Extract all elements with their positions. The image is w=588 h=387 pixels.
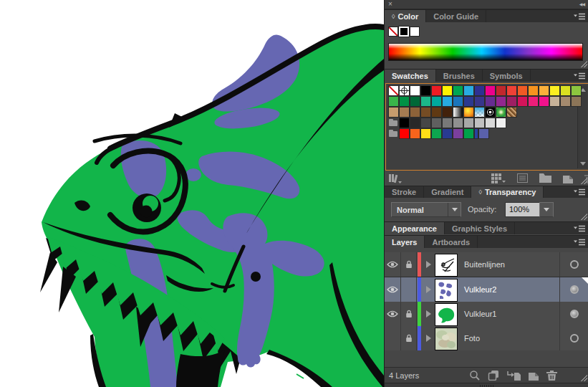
swatch[interactable] [560, 85, 571, 96]
tab-swatches[interactable]: Swatches [385, 70, 436, 82]
swatch[interactable] [442, 107, 453, 118]
layer-row-vulkleur1[interactable]: Vulkleur1 [385, 302, 588, 327]
document-canvas[interactable] [0, 0, 384, 387]
swatch[interactable] [539, 85, 549, 96]
swatch[interactable] [463, 85, 474, 96]
layer-name[interactable]: Buitenlijnen [458, 252, 559, 277]
swatch[interactable] [463, 118, 474, 128]
tab-transparency[interactable]: ◊ Transparency [471, 186, 544, 198]
swatch[interactable] [463, 96, 474, 107]
swatch[interactable] [528, 85, 539, 96]
swatch[interactable] [474, 96, 485, 107]
panel-menu-icon[interactable] [574, 72, 585, 80]
swatch[interactable] [442, 85, 453, 96]
lock-toggle-empty[interactable] [401, 277, 417, 302]
swatch[interactable] [410, 128, 420, 139]
swatch-pattern-green[interactable] [496, 107, 506, 118]
swatch[interactable] [549, 96, 560, 107]
none-color-chip[interactable] [388, 27, 398, 37]
target-circle[interactable] [559, 302, 588, 326]
swatch[interactable] [431, 107, 442, 118]
tab-graphic-styles[interactable]: Graphic Styles [445, 222, 515, 234]
swatch[interactable] [410, 96, 420, 107]
swatch[interactable] [474, 118, 485, 128]
swatch[interactable] [420, 118, 431, 128]
lock-icon[interactable] [401, 302, 417, 326]
layer-thumbnail[interactable] [435, 326, 458, 350]
locate-object-icon[interactable] [469, 370, 480, 381]
lock-icon[interactable] [401, 326, 417, 350]
tab-stroke[interactable]: Stroke [385, 186, 424, 198]
tab-brushes[interactable]: Brushes [436, 70, 483, 82]
swatch[interactable] [496, 85, 506, 96]
swatch-libraries-icon[interactable] [389, 173, 403, 183]
swatch[interactable] [399, 118, 410, 128]
blend-mode-dropdown[interactable]: Normal [391, 202, 461, 217]
new-layer-icon[interactable] [529, 371, 539, 381]
swatch[interactable] [549, 85, 560, 96]
layer-row-foto[interactable]: Foto [385, 326, 588, 351]
visibility-eye-icon[interactable] [385, 277, 401, 302]
delete-layer-icon[interactable] [546, 371, 557, 381]
panel-menu-icon[interactable] [574, 238, 585, 246]
clipping-mask-icon[interactable] [488, 370, 499, 381]
swatch[interactable] [485, 85, 496, 96]
color-group-folder-icon[interactable] [388, 128, 399, 139]
tab-symbols[interactable]: Symbols [483, 70, 531, 82]
swatch[interactable] [388, 107, 399, 118]
swatch-gradient-gray[interactable] [453, 107, 463, 118]
panel-resize-grip[interactable] [579, 373, 587, 381]
swatch[interactable] [506, 96, 517, 107]
swatch[interactable] [463, 128, 474, 139]
swatch[interactable] [420, 96, 431, 107]
swatch-pattern-texture[interactable] [506, 107, 517, 118]
expand-triangle-icon[interactable] [422, 326, 435, 350]
layer-row-vulkleur2[interactable]: Vulkleur2 [385, 277, 588, 302]
swatch[interactable] [560, 96, 571, 107]
swatch[interactable] [478, 128, 489, 139]
swatch-registration[interactable] [399, 85, 410, 96]
swatch-none[interactable] [388, 85, 399, 96]
layer-thumbnail[interactable] [435, 252, 458, 277]
swatch[interactable] [388, 96, 399, 107]
swatch[interactable] [485, 118, 496, 128]
opacity-dropdown-button[interactable] [539, 202, 554, 217]
tab-layers[interactable]: Layers [385, 236, 425, 248]
swatch[interactable] [517, 85, 528, 96]
swatch[interactable] [420, 128, 431, 139]
swatch-kinds-menu-icon[interactable] [491, 173, 506, 183]
swatch[interactable] [431, 96, 442, 107]
tab-appearance[interactable]: Appearance [385, 222, 445, 234]
swatch-gradient-sky[interactable] [474, 107, 485, 118]
target-circle[interactable] [559, 326, 588, 350]
swatch[interactable] [528, 96, 539, 107]
swatch[interactable] [442, 118, 453, 128]
tab-gradient[interactable]: Gradient [424, 186, 471, 198]
target-circle[interactable] [559, 252, 588, 277]
tab-color-guide[interactable]: Color Guide [426, 10, 486, 22]
opacity-input[interactable]: 100% [505, 202, 544, 217]
swatch[interactable] [453, 128, 463, 139]
swatch[interactable] [442, 128, 453, 139]
visibility-eye-icon[interactable] [385, 302, 401, 326]
panel-menu-icon[interactable] [574, 12, 585, 20]
expand-triangle-icon[interactable] [422, 252, 435, 277]
swatch[interactable] [453, 96, 463, 107]
visibility-eye-icon[interactable] [385, 252, 401, 277]
layer-name[interactable]: Vulkleur1 [458, 302, 559, 326]
swatch[interactable] [431, 128, 442, 139]
swatch[interactable] [420, 85, 431, 96]
color-spectrum-bar[interactable] [388, 43, 583, 61]
swatch-gradient-orange[interactable] [463, 107, 474, 118]
layer-thumbnail[interactable] [435, 302, 458, 326]
panel-menu-icon[interactable] [574, 188, 585, 196]
swatch[interactable] [410, 107, 420, 118]
black-color-chip[interactable] [399, 27, 409, 37]
layer-thumbnail[interactable] [435, 277, 458, 302]
swatch[interactable] [539, 96, 549, 107]
new-color-group-icon[interactable] [539, 173, 551, 183]
swatch[interactable] [410, 85, 420, 96]
swatch[interactable] [506, 85, 517, 96]
swatch[interactable] [571, 96, 582, 107]
swatch[interactable] [517, 96, 528, 107]
